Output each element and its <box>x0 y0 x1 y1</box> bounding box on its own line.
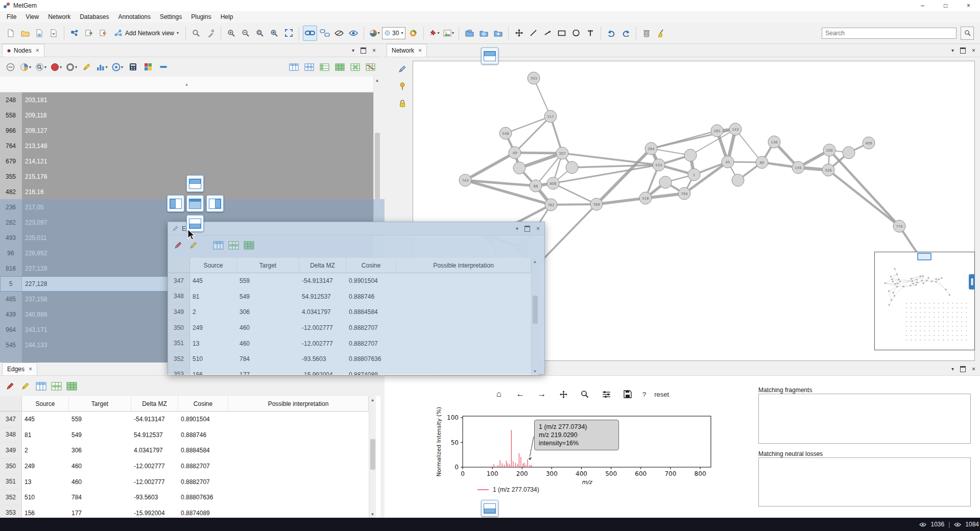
pin-layout-button[interactable] <box>395 80 410 93</box>
dock-indicator-center[interactable] <box>186 195 204 212</box>
menu-plugins[interactable]: Plugins <box>186 12 216 21</box>
close-icon[interactable]: × <box>372 47 376 54</box>
close-icon[interactable]: × <box>536 225 540 232</box>
add-network-view-button[interactable]: Add Network view ▾ <box>111 26 182 40</box>
cell-num[interactable]: 351 <box>168 335 190 351</box>
select-visible-rows-button[interactable] <box>50 379 62 393</box>
subplot-settings-button[interactable] <box>600 388 613 401</box>
import-group-mappings-button[interactable] <box>97 26 110 40</box>
row-header[interactable]: 355 <box>0 169 22 184</box>
cell-target[interactable]: 460 <box>237 320 299 336</box>
cell-cosine[interactable]: 0.8901504 <box>346 273 396 289</box>
select-table-button[interactable] <box>65 379 78 393</box>
cell-num[interactable]: 348 <box>168 289 190 305</box>
cluster-button[interactable]: ▾ <box>111 60 124 74</box>
zoom-in-button[interactable] <box>225 26 238 40</box>
cell-delta[interactable]: -54.913147 <box>299 273 346 289</box>
column-header[interactable]: Source <box>190 258 237 273</box>
cell-target[interactable]: 177 <box>69 505 131 518</box>
cell-delta[interactable]: 4.0341797 <box>299 304 346 320</box>
cell-mz[interactable]: 209,118 <box>22 108 373 123</box>
cell-cosine[interactable]: 0.88807636 <box>178 490 228 505</box>
cell-num[interactable]: 351 <box>0 474 22 490</box>
nodes-table-header[interactable]: ▴ <box>0 77 373 92</box>
table-row[interactable]: 353156177-15.9920040.8874089 <box>0 505 369 518</box>
cell-num[interactable]: 349 <box>0 443 22 458</box>
dock-indicator-right[interactable] <box>206 195 224 212</box>
zoom-selection-button[interactable] <box>268 26 281 40</box>
cell-cosine[interactable]: 0.8884584 <box>346 304 396 320</box>
cell-interp[interactable] <box>396 273 531 289</box>
dock-indicator-window-top[interactable] <box>481 47 498 64</box>
select-visible-rows-button[interactable] <box>227 238 240 252</box>
cell-target[interactable]: 460 <box>69 458 131 474</box>
dock-indicator-left[interactable] <box>167 195 184 212</box>
cell-source[interactable]: 510 <box>22 490 69 505</box>
graph-edge[interactable] <box>506 116 551 133</box>
close-icon[interactable]: × <box>29 366 32 373</box>
cell-interp[interactable] <box>396 289 531 305</box>
cell-mz[interactable]: 214,121 <box>22 154 373 169</box>
cell-num[interactable]: 348 <box>0 427 22 443</box>
select-column-button[interactable] <box>318 60 330 74</box>
graph-edge[interactable] <box>465 153 515 180</box>
row-header[interactable]: 248 <box>0 92 22 108</box>
close-icon[interactable]: × <box>972 366 975 373</box>
table-row[interactable]: 764213,148 <box>0 138 373 154</box>
table-row[interactable]: 350249460-12.0027770.8882707 <box>168 320 531 336</box>
dock-menu-icon[interactable]: ▾ <box>352 47 354 53</box>
dock-menu-icon[interactable]: ▾ <box>951 366 954 372</box>
graph-node[interactable] <box>566 161 578 174</box>
cell-cosine[interactable]: 0.8882707 <box>178 458 228 474</box>
redo-button[interactable] <box>619 26 632 40</box>
cell-cosine[interactable]: 0.8884584 <box>178 443 228 458</box>
cell-source[interactable]: 81 <box>190 289 237 305</box>
edit-edge-red-button[interactable] <box>4 379 16 393</box>
remove-selection-button[interactable] <box>4 60 16 74</box>
collapse-button[interactable] <box>157 60 170 74</box>
fit-view-button[interactable] <box>282 26 295 40</box>
cell-target[interactable]: 559 <box>69 412 131 427</box>
graph-edge[interactable] <box>829 150 899 226</box>
pan-button[interactable] <box>557 388 570 401</box>
cell-interp[interactable] <box>228 458 369 474</box>
tools-button[interactable] <box>204 26 217 40</box>
cell-source[interactable]: 249 <box>190 320 237 336</box>
cell-interp[interactable] <box>228 427 369 443</box>
cell-cosine[interactable]: 0.888746 <box>178 427 228 443</box>
float-dock-icon[interactable] <box>361 47 366 54</box>
graph-edge[interactable] <box>596 198 646 204</box>
table-row[interactable]: 34923064.03417970.8884584 <box>168 304 531 320</box>
cell-target[interactable]: 784 <box>69 490 131 505</box>
minimap-viewport[interactable] <box>918 253 931 260</box>
table-row[interactable]: 248203,181 <box>0 92 373 108</box>
floating-edges-dock[interactable]: Edges ▾ × SourceTargetDelta MZCosinePoss… <box>168 222 545 375</box>
column-header[interactable]: Target <box>69 396 131 411</box>
menu-view[interactable]: View <box>21 12 43 21</box>
select-all-rows-button[interactable] <box>212 238 224 252</box>
table-row[interactable]: 347445559-54.9131470.8901504 <box>0 412 369 427</box>
cell-source[interactable]: 445 <box>22 412 69 427</box>
edit-annotation-button[interactable] <box>81 60 93 74</box>
cell-interp[interactable] <box>396 320 531 336</box>
cell-delta[interactable]: -12.002777 <box>299 335 346 351</box>
cell-num[interactable]: 352 <box>168 351 190 367</box>
table-row[interactable]: 347445559-54.9131470.8901504 <box>168 273 531 289</box>
row-header[interactable]: 679 <box>0 154 22 169</box>
float-dock-icon[interactable] <box>960 366 966 372</box>
table-row[interactable]: 352510784-93.56030.88807636 <box>168 351 531 367</box>
link-groups-button[interactable] <box>318 26 331 40</box>
table-row[interactable]: 558209,118 <box>0 108 373 123</box>
cell-num[interactable]: 350 <box>0 458 22 474</box>
cell-delta[interactable]: -12.002777 <box>131 458 178 474</box>
cell-target[interactable]: 549 <box>69 427 131 443</box>
cell-interp[interactable] <box>396 367 531 375</box>
find-button[interactable] <box>189 26 203 40</box>
close-icon[interactable]: × <box>36 47 39 54</box>
graph-node[interactable] <box>513 162 525 174</box>
node-color-button[interactable]: ▾ <box>368 26 381 40</box>
cell-cosine[interactable]: 0.8901504 <box>178 412 228 427</box>
select-all-rows-button[interactable] <box>288 60 300 74</box>
row-header[interactable]: 764 <box>0 138 22 154</box>
highlight-nodes-button[interactable]: ▾ <box>35 60 47 74</box>
